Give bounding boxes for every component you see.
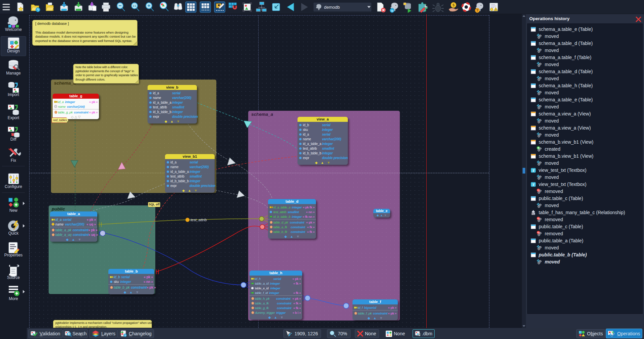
svg-text:$: $ xyxy=(452,3,454,7)
svg-text:1:1: 1:1 xyxy=(133,5,136,7)
svg-text:?: ? xyxy=(476,9,478,12)
svg-text:demodb: demodb xyxy=(324,5,340,10)
svg-text:!: ! xyxy=(495,8,496,11)
svg-text:REL: REL xyxy=(532,213,535,215)
